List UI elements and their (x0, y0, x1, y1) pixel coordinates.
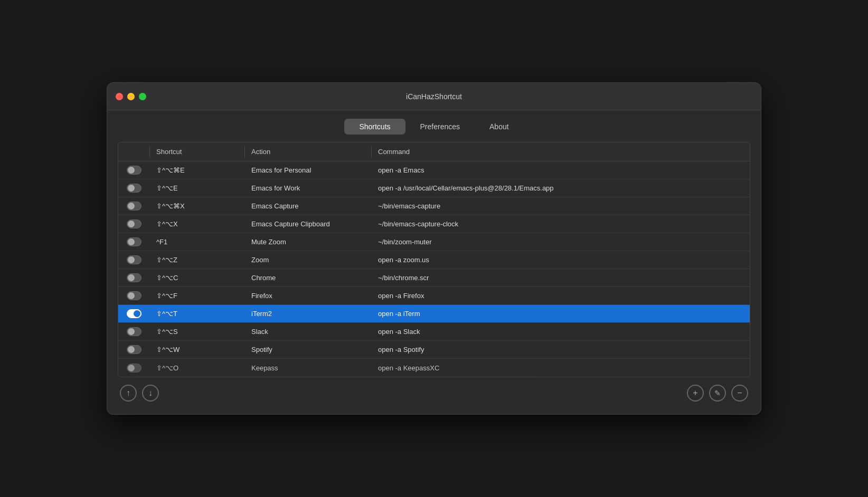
shortcuts-table: Shortcut Action Command ⇧^⌥⌘EEmacs for P… (118, 142, 750, 377)
app-window: iCanHazShortcut Shortcuts Preferences Ab… (107, 82, 761, 415)
toggle-knob (128, 221, 135, 227)
toggle-cell[interactable] (118, 324, 150, 339)
table-row[interactable]: ⇧^⌥FFirefoxopen -a Firefox (118, 287, 750, 305)
header-shortcut: Shortcut (150, 146, 245, 158)
toggle-knob (128, 185, 135, 192)
action-cell: Spotify (245, 342, 372, 357)
toggle-switch[interactable] (127, 327, 141, 336)
table-row[interactable]: ⇧^⌥XEmacs Capture Clipboard~/bin/emacs-c… (118, 215, 750, 233)
toggle-knob (128, 365, 135, 371)
toggle-switch[interactable] (127, 202, 141, 211)
shortcut-cell: ⇧^⌥X (150, 217, 245, 231)
table-row[interactable]: ⇧^⌥ZZoomopen -a zoom.us (118, 251, 750, 269)
action-cell: Emacs for Personal (245, 163, 372, 177)
tab-shortcuts[interactable]: Shortcuts (344, 119, 405, 135)
toggle-cell[interactable] (118, 198, 150, 214)
footer-right: + ✎ − (687, 385, 748, 402)
toggle-knob (128, 256, 135, 263)
action-cell: Emacs Capture (245, 199, 372, 213)
shortcut-cell: ⇧^⌥F (150, 289, 245, 303)
shortcut-cell: ⇧^⌥E (150, 181, 245, 195)
shortcut-cell: ⇧^⌥⌘X (150, 199, 245, 213)
move-up-button[interactable]: ↑ (120, 385, 137, 402)
table-row[interactable]: ⇧^⌥SSlackopen -a Slack (118, 323, 750, 341)
command-cell: ~/bin/chrome.scr (372, 271, 750, 285)
remove-button[interactable]: − (731, 385, 748, 402)
command-cell: open -a KeepassXC (372, 361, 750, 375)
toggle-knob (128, 203, 135, 209)
toggle-knob (128, 167, 135, 174)
toggle-cell[interactable] (118, 234, 150, 250)
table-row[interactable]: ^F1Mute Zoom~/bin/zoom-muter (118, 233, 750, 251)
table-row[interactable]: ⇧^⌥CChrome~/bin/chrome.scr (118, 269, 750, 287)
command-cell: open -a Emacs (372, 163, 750, 177)
toggle-switch[interactable] (127, 364, 141, 372)
toggle-switch[interactable] (127, 184, 141, 193)
shortcut-cell: ⇧^⌥⌘E (150, 163, 245, 177)
table-row[interactable]: ⇧^⌥⌘XEmacs Capture~/bin/emacs-capture (118, 197, 750, 215)
shortcut-cell: ⇧^⌥C (150, 271, 245, 285)
action-cell: Emacs Capture Clipboard (245, 217, 372, 231)
toggle-knob (134, 310, 140, 317)
command-cell: open -a Slack (372, 324, 750, 339)
toggle-switch[interactable] (127, 237, 141, 246)
toggle-cell[interactable] (118, 306, 150, 321)
footer: ↑ ↓ + ✎ − (118, 377, 750, 404)
close-button[interactable] (116, 93, 123, 100)
shortcut-cell: ⇧^⌥T (150, 307, 245, 321)
shortcut-cell: ^F1 (150, 235, 245, 249)
toggle-switch[interactable] (127, 219, 141, 228)
command-cell: ~/bin/zoom-muter (372, 235, 750, 249)
toggle-cell[interactable] (118, 180, 150, 196)
toggle-cell[interactable] (118, 270, 150, 285)
toggle-cell[interactable] (118, 216, 150, 232)
toggle-knob (128, 274, 135, 281)
table-row[interactable]: ⇧^⌥WSpotifyopen -a Spotify (118, 341, 750, 359)
traffic-lights (116, 93, 146, 100)
command-cell: ~/bin/emacs-capture (372, 199, 750, 213)
action-cell: iTerm2 (245, 307, 372, 321)
move-down-button[interactable]: ↓ (142, 385, 159, 402)
action-cell: Slack (245, 324, 372, 339)
edit-button[interactable]: ✎ (709, 385, 726, 402)
command-cell: open -a Firefox (372, 289, 750, 303)
maximize-button[interactable] (139, 93, 146, 100)
toggle-switch[interactable] (127, 345, 141, 354)
add-button[interactable]: + (687, 385, 704, 402)
action-cell: Keepass (245, 361, 372, 375)
minimize-button[interactable] (127, 93, 135, 100)
toggle-cell[interactable] (118, 252, 150, 267)
action-cell: Mute Zoom (245, 235, 372, 249)
toggle-switch[interactable] (127, 166, 141, 175)
table-row[interactable]: ⇧^⌥EEmacs for Workopen -a /usr/local/Cel… (118, 179, 750, 197)
toggle-knob (128, 328, 135, 335)
toggle-cell[interactable] (118, 163, 150, 178)
toggle-knob (128, 346, 135, 353)
tab-about[interactable]: About (475, 119, 524, 135)
table-row[interactable]: ⇧^⌥OKeepassopen -a KeepassXC (118, 359, 750, 377)
action-cell: Chrome (245, 271, 372, 285)
table-row[interactable]: ⇧^⌥TiTerm2open -a iTerm (118, 305, 750, 323)
main-content: Shortcuts Preferences About Shortcut Act… (107, 110, 761, 414)
toggle-knob (128, 238, 135, 245)
tab-preferences[interactable]: Preferences (405, 119, 475, 135)
toggle-switch[interactable] (127, 309, 141, 318)
command-cell: open -a iTerm (372, 307, 750, 321)
footer-left: ↑ ↓ (120, 385, 159, 402)
titlebar: iCanHazShortcut (107, 83, 761, 110)
toggle-cell[interactable] (118, 288, 150, 303)
toggle-switch[interactable] (127, 255, 141, 264)
window-title: iCanHazShortcut (406, 92, 462, 101)
header-action: Action (245, 146, 372, 158)
command-cell: ~/bin/emacs-capture-clock (372, 217, 750, 231)
toggle-cell[interactable] (118, 360, 150, 376)
table-header: Shortcut Action Command (118, 142, 750, 161)
toggle-switch[interactable] (127, 273, 141, 282)
action-cell: Zoom (245, 253, 372, 267)
toggle-switch[interactable] (127, 291, 141, 300)
toggle-cell[interactable] (118, 342, 150, 357)
table-row[interactable]: ⇧^⌥⌘EEmacs for Personalopen -a Emacs (118, 161, 750, 179)
action-cell: Emacs for Work (245, 181, 372, 195)
header-toggle (118, 146, 150, 158)
command-cell: open -a Spotify (372, 342, 750, 357)
